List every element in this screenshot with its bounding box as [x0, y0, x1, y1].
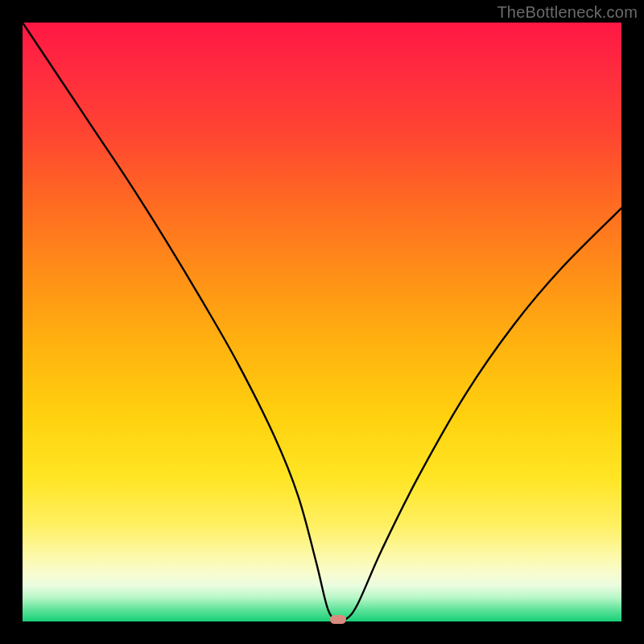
minimum-marker — [330, 615, 346, 624]
bottleneck-curve — [23, 23, 621, 621]
watermark-text: TheBottleneck.com — [497, 3, 638, 22]
plot-area — [23, 23, 621, 621]
chart-frame: TheBottleneck.com — [0, 0, 644, 644]
